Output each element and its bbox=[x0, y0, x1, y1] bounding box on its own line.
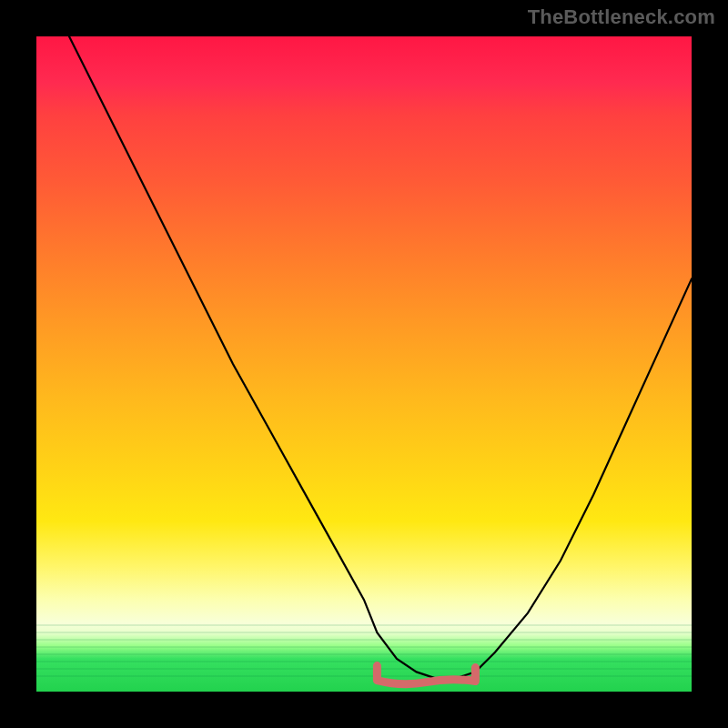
bottleneck-curve bbox=[36, 36, 692, 692]
watermark-text: TheBottleneck.com bbox=[528, 5, 715, 29]
plot-area bbox=[36, 36, 692, 692]
chart-frame: TheBottleneck.com bbox=[0, 0, 728, 728]
